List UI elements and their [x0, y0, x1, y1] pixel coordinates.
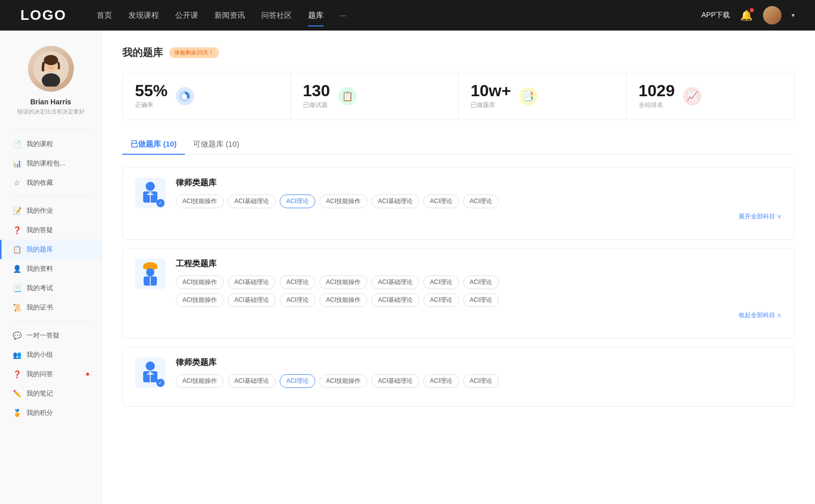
- qbank-icon-lawyer-1: ✓: [135, 178, 166, 208]
- tag-aci-skill-1[interactable]: ACI技能操作: [176, 194, 224, 208]
- tab-done[interactable]: 已做题库 (10): [122, 134, 185, 154]
- sidebar-avatar: [28, 46, 74, 92]
- profile-dropdown-arrow[interactable]: ▾: [792, 12, 795, 19]
- page-title: 我的题库: [122, 46, 163, 60]
- stat-accuracy-label: 正确率: [135, 101, 168, 109]
- tag-aci-basic-active[interactable]: ACI理论: [280, 194, 315, 208]
- sidebar-item-qbank[interactable]: 📋 我的题库: [0, 240, 101, 259]
- sidebar-item-points[interactable]: 🏅 我的积分: [0, 403, 101, 423]
- certificate-label: 我的证书: [26, 303, 53, 312]
- stat-questions: 130 已做试题 📋: [291, 72, 459, 120]
- group-label: 我的小组: [26, 350, 53, 359]
- myqa-label: 我的答疑: [26, 226, 53, 235]
- qbank-collapse-engineer[interactable]: 收起全部科目 ∧: [176, 311, 782, 320]
- notification-bell[interactable]: 🔔: [740, 9, 753, 21]
- coursepack-icon: 📊: [12, 159, 21, 167]
- tag-aci-skill-2[interactable]: ACI技能操作: [319, 194, 367, 208]
- stat-rank-value: 1029: [639, 82, 675, 99]
- sidebar-item-1on1[interactable]: 💬 一对一答疑: [0, 326, 101, 345]
- tag-eng2-aci-theory-2[interactable]: ACI基础理论: [371, 293, 419, 307]
- sidebar-item-profile[interactable]: 👤 我的资料: [0, 259, 101, 278]
- avatar-image: [763, 6, 781, 24]
- tag-law2-aci-theory-2[interactable]: ACI基础理论: [371, 374, 419, 388]
- nav-qbank[interactable]: 题库: [308, 9, 323, 22]
- qbank-header-lawyer-1: ✓ 律师类题库 ACI技能操作 ACI基础理论 ACI理论 ACI技能操作 AC…: [135, 178, 782, 221]
- notes-icon: ✏️: [12, 389, 21, 398]
- stat-banks-value: 10w+: [471, 82, 511, 99]
- nav-qa[interactable]: 问答社区: [261, 9, 292, 22]
- page-wrapper: Brian Harris 错误的决定比没有决定要好 📄 我的课程 📊 我的课程包…: [0, 31, 815, 504]
- qbank-title-lawyer-2: 律师类题库: [176, 357, 782, 368]
- qbank-tags-engineer-row2: ACI技能操作 ACI基础理论 ACI理论 ACI技能操作 ACI基础理论 AC…: [176, 293, 782, 307]
- accuracy-chart-icon: [179, 91, 191, 102]
- sidebar-item-notes[interactable]: ✏️ 我的笔记: [0, 384, 101, 403]
- tag-law2-aci-basic-active[interactable]: ACI理论: [280, 374, 315, 388]
- nav-discover[interactable]: 发现课程: [128, 9, 159, 22]
- questions-icon: ❓: [12, 370, 21, 378]
- sidebar-item-questions[interactable]: ❓ 我的问答: [0, 365, 101, 384]
- tag-eng-aci-basic-3[interactable]: ACI理论: [463, 275, 499, 289]
- sidebar-item-myqa[interactable]: ❓ 我的答疑: [0, 220, 101, 240]
- tag-eng2-aci-skill-2[interactable]: ACI技能操作: [319, 293, 367, 307]
- nav-news[interactable]: 新闻资讯: [214, 9, 245, 22]
- tag-law2-aci-basic-3[interactable]: ACI理论: [463, 374, 499, 388]
- sidebar-profile: Brian Harris 错误的决定比没有决定要好: [0, 46, 101, 126]
- tag-eng-aci-basic-2[interactable]: ACI理论: [423, 275, 459, 289]
- tab-available[interactable]: 可做题库 (10): [185, 134, 248, 154]
- tag-eng2-aci-skill-1[interactable]: ACI技能操作: [176, 293, 224, 307]
- questions-label: 我的问答: [26, 370, 53, 379]
- tag-eng-aci-skill-1[interactable]: ACI技能操作: [176, 275, 224, 289]
- tag-eng2-aci-theory-1[interactable]: ACI基础理论: [228, 293, 276, 307]
- sidebar-item-favorites[interactable]: ☆ 我的收藏: [0, 173, 101, 192]
- notification-dot: [750, 8, 754, 12]
- questions-dot: [86, 373, 89, 376]
- exam-label: 我的考试: [26, 284, 53, 293]
- sidebar-item-certificate[interactable]: 📜 我的证书: [0, 298, 101, 317]
- header: LOGO 首页 发现课程 公开课 新闻资讯 问答社区 题库 ··· APP下载 …: [0, 0, 815, 31]
- tag-eng-aci-theory-1[interactable]: ACI基础理论: [228, 275, 276, 289]
- sidebar-item-exam[interactable]: 📃 我的考试: [0, 278, 101, 298]
- tag-eng-aci-theory-2[interactable]: ACI基础理论: [371, 275, 419, 289]
- sidebar-item-group[interactable]: 👥 我的小组: [0, 345, 101, 365]
- stat-rank-text: 1029 全站排名: [639, 82, 675, 109]
- tag-eng-aci-basic-1[interactable]: ACI理论: [280, 275, 315, 289]
- sidebar-item-mycourse[interactable]: 📄 我的课程: [0, 134, 101, 154]
- qbank-tags-lawyer-2: ACI技能操作 ACI基础理论 ACI理论 ACI技能操作 ACI基础理论 AC…: [176, 374, 782, 388]
- tag-eng2-aci-basic-3[interactable]: ACI理论: [463, 293, 499, 307]
- tag-eng-aci-skill-2[interactable]: ACI技能操作: [319, 275, 367, 289]
- qbank-title-engineer: 工程类题库: [176, 259, 782, 269]
- sidebar-item-coursepack[interactable]: 📊 我的课程包...: [0, 154, 101, 173]
- nav-opencourse[interactable]: 公开课: [175, 9, 198, 22]
- stat-banks: 10w+ 已做题库 📑: [458, 72, 627, 120]
- stat-banks-text: 10w+ 已做题库: [471, 82, 511, 109]
- qbank-content-engineer: 工程类题库 ACI技能操作 ACI基础理论 ACI理论 ACI技能操作 ACI基…: [176, 259, 782, 320]
- nav-home[interactable]: 首页: [97, 9, 112, 22]
- svg-rect-20: [148, 372, 152, 375]
- tag-law2-aci-skill-1[interactable]: ACI技能操作: [176, 374, 224, 388]
- qbank-content-lawyer-2: 律师类题库 ACI技能操作 ACI基础理论 ACI理论 ACI技能操作 ACI基…: [176, 357, 782, 388]
- stat-accuracy-value: 55%: [135, 82, 168, 99]
- tag-aci-basic-2[interactable]: ACI理论: [423, 194, 459, 208]
- app-download-button[interactable]: APP下载: [701, 11, 730, 20]
- tag-aci-basic-3[interactable]: ACI理论: [463, 194, 499, 208]
- main-content: 我的题库 体验剩余23天！ 55% 正确率: [102, 31, 815, 504]
- avatar[interactable]: [763, 6, 781, 24]
- tabs-row: 已做题库 (10) 可做题库 (10): [122, 134, 795, 155]
- svg-point-13: [146, 268, 154, 276]
- qbank-tags-lawyer-1: ACI技能操作 ACI基础理论 ACI理论 ACI技能操作 ACI基础理论 AC…: [176, 194, 782, 208]
- sidebar-item-homework[interactable]: 📝 我的作业: [0, 201, 101, 220]
- mycourse-label: 我的课程: [26, 139, 53, 149]
- tag-eng2-aci-basic-2[interactable]: ACI理论: [423, 293, 459, 307]
- tag-law2-aci-basic-2[interactable]: ACI理论: [423, 374, 459, 388]
- tag-law2-aci-theory-1[interactable]: ACI基础理论: [228, 374, 276, 388]
- tag-law2-aci-skill-2[interactable]: ACI技能操作: [319, 374, 367, 388]
- tag-aci-theory-1[interactable]: ACI基础理论: [228, 194, 276, 208]
- tag-aci-theory-2[interactable]: ACI基础理论: [371, 194, 419, 208]
- tag-eng2-aci-basic-1[interactable]: ACI理论: [280, 293, 315, 307]
- qbank-label: 我的题库: [26, 245, 53, 254]
- qbank-item-lawyer-2: ✓ 律师类题库 ACI技能操作 ACI基础理论 ACI理论 ACI技能操作 AC…: [122, 347, 795, 407]
- certificate-icon: 📜: [12, 303, 21, 312]
- qbank-expand-lawyer-1[interactable]: 展开全部科目 ∨: [176, 212, 782, 221]
- exam-icon: 📃: [12, 284, 21, 292]
- nav-more[interactable]: ···: [340, 9, 346, 22]
